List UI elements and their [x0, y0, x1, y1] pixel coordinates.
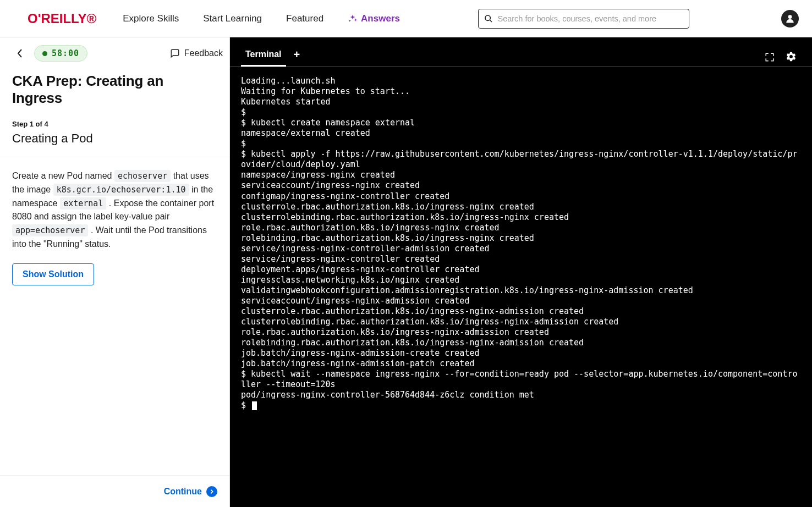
logo[interactable]: O'REILLY®	[28, 11, 96, 26]
terminal-output[interactable]: Loading...launch.sh Waiting for Kubernet…	[230, 67, 812, 420]
settings-button[interactable]	[780, 47, 802, 67]
nav-answers[interactable]: Answers	[348, 13, 400, 24]
chevron-left-icon	[17, 48, 23, 58]
show-solution-button[interactable]: Show Solution	[12, 263, 94, 285]
continue-button[interactable]: Continue	[164, 486, 217, 497]
instr-code: external	[60, 197, 106, 210]
back-button[interactable]	[12, 46, 28, 61]
instr-code: app=echoserver	[12, 224, 88, 236]
new-tab-button[interactable]: +	[286, 43, 308, 67]
avatar[interactable]	[781, 10, 799, 27]
feedback-label: Feedback	[184, 48, 223, 58]
instr-code: k8s.gcr.io/echoserver:1.10	[53, 184, 189, 196]
search-input[interactable]	[497, 14, 683, 23]
timer-badge: 58:00	[34, 45, 87, 62]
logo-text: O'REILLY	[28, 11, 87, 26]
nav-explore[interactable]: Explore Skills	[123, 13, 179, 24]
nav-answers-label: Answers	[361, 13, 400, 24]
instr-code: echoserver	[114, 170, 171, 182]
instructions: Create a new Pod named echoserver that u…	[0, 157, 229, 475]
svg-point-0	[485, 15, 490, 20]
page-title: CKA Prep: Creating an Ingress	[12, 73, 217, 107]
search-box[interactable]	[478, 9, 689, 29]
continue-circle	[206, 486, 217, 497]
terminal-tab[interactable]: Terminal	[241, 44, 286, 67]
search-wrap	[420, 9, 748, 29]
svg-line-1	[490, 20, 492, 22]
fullscreen-icon	[765, 52, 775, 62]
instruction-text: Create a new Pod named echoserver that u…	[12, 169, 217, 251]
step-indicator: Step 1 of 4	[12, 120, 217, 128]
left-title-block: CKA Prep: Creating an Ingress Step 1 of …	[0, 69, 229, 157]
person-icon	[784, 13, 795, 24]
status-dot-icon	[42, 51, 47, 56]
timer-value: 58:00	[52, 48, 79, 58]
feedback-button[interactable]: Feedback	[170, 48, 223, 58]
continue-label: Continue	[164, 487, 202, 497]
terminal-panel: Terminal + Loading...launch.sh Waiting f…	[230, 37, 812, 507]
logo-mark: ®	[87, 11, 97, 26]
left-header-row: 58:00 Feedback	[0, 37, 229, 69]
terminal-cursor	[252, 401, 257, 410]
chevron-right-icon	[209, 489, 215, 494]
search-icon	[484, 14, 493, 23]
left-panel: 58:00 Feedback CKA Prep: Creating an Ing…	[0, 37, 230, 507]
topbar: O'REILLY® Explore Skills Start Learning …	[0, 0, 812, 37]
sparkle-icon	[348, 14, 358, 24]
gear-icon	[786, 51, 797, 62]
left-footer: Continue	[0, 475, 229, 507]
nav-featured[interactable]: Featured	[286, 13, 323, 24]
chat-icon	[170, 48, 180, 58]
nav: Explore Skills Start Learning Featured A…	[123, 13, 400, 24]
instr-text: Create a new Pod named	[12, 171, 114, 180]
main: 58:00 Feedback CKA Prep: Creating an Ing…	[0, 37, 812, 507]
terminal-tabbar: Terminal +	[230, 37, 812, 67]
terminal-text: Loading...launch.sh Waiting for Kubernet…	[241, 76, 797, 410]
nav-start-learning[interactable]: Start Learning	[203, 13, 262, 24]
fullscreen-button[interactable]	[759, 48, 780, 67]
svg-point-2	[788, 15, 792, 19]
step-title: Creating a Pod	[12, 131, 217, 146]
